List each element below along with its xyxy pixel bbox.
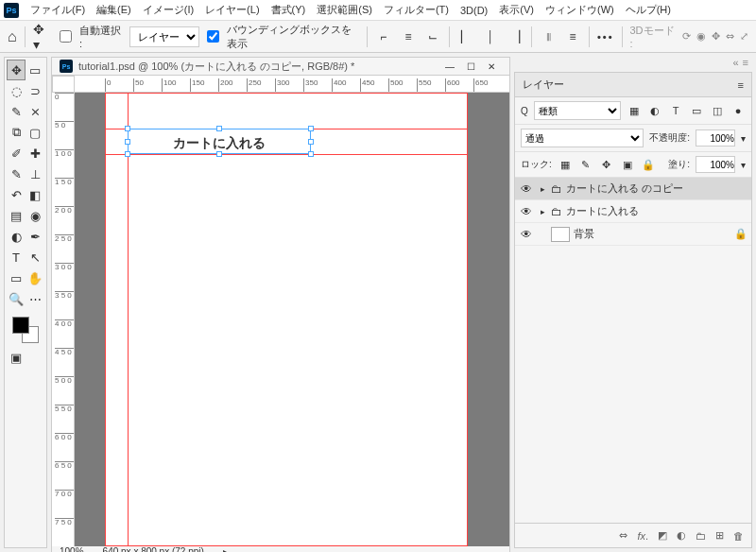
dodge-tool[interactable]: ◐	[7, 226, 26, 247]
guide-line[interactable]	[467, 93, 468, 546]
guide-line[interactable]	[105, 154, 468, 155]
layer-thumbnail[interactable]	[551, 227, 570, 242]
eyedropper-tool[interactable]: ✐	[7, 143, 26, 164]
canvas-viewport[interactable]: カートに入れる	[75, 93, 509, 546]
filter-toggle-icon[interactable]: ●	[730, 103, 746, 118]
lock-trans-icon[interactable]: ▦	[558, 157, 573, 172]
overflow-icon[interactable]: •••	[597, 31, 614, 43]
fill-input[interactable]	[696, 156, 735, 173]
transform-handle[interactable]	[216, 126, 222, 131]
ruler-origin[interactable]	[52, 76, 75, 93]
path-select-tool[interactable]: ↖	[26, 247, 44, 267]
menu-file[interactable]: ファイル(F)	[25, 1, 91, 19]
menu-select[interactable]: 選択範囲(S)	[311, 1, 378, 19]
artboard-tool[interactable]: ▭	[26, 60, 44, 80]
filter-shape-icon[interactable]: ▭	[689, 103, 704, 118]
3d-scale-icon[interactable]: ⤢	[740, 30, 748, 43]
history-brush-tool[interactable]: ↶	[7, 184, 26, 205]
guide-line[interactable]	[105, 93, 106, 546]
ruler-vertical[interactable]: 05 01 0 01 5 02 0 02 5 03 0 03 5 04 0 04…	[52, 93, 75, 546]
transform-handle[interactable]	[125, 151, 130, 157]
align-vcenter-icon[interactable]: ≡	[400, 27, 417, 46]
close-button[interactable]: ✕	[481, 58, 502, 75]
lock-icon[interactable]: 🔒	[734, 228, 747, 240]
show-bbox-checkbox[interactable]	[207, 30, 219, 43]
filter-pixel-icon[interactable]: ▦	[627, 103, 642, 118]
crop-tool[interactable]: ⧉	[7, 122, 26, 143]
menu-edit[interactable]: 編集(E)	[91, 1, 137, 19]
filter-adjust-icon[interactable]: ◐	[647, 103, 662, 118]
stamp-tool[interactable]: ⊥	[26, 164, 44, 184]
align-left-icon[interactable]: ▏	[457, 27, 474, 46]
lock-all-icon[interactable]: 🔒	[641, 157, 656, 172]
layers-tab[interactable]: レイヤー ≡	[515, 73, 751, 97]
layer-item[interactable]: 👁 ▸ 🗀 カートに入れる	[515, 200, 751, 223]
quick-select-tool[interactable]: ✎	[7, 101, 26, 122]
color-swatches[interactable]	[7, 313, 44, 347]
heal-tool[interactable]: ✚	[26, 143, 44, 164]
menu-window[interactable]: ウィンドウ(W)	[540, 1, 620, 19]
layer-name[interactable]: カートに入れる	[566, 204, 747, 218]
disclosure-icon[interactable]: ▸	[538, 184, 547, 194]
menu-filter[interactable]: フィルター(T)	[378, 1, 455, 19]
align-right-icon[interactable]: ▕	[507, 27, 524, 46]
lock-paint-icon[interactable]: ✎	[578, 157, 593, 172]
align-bottom-icon[interactable]: ⌙	[424, 27, 441, 46]
frame-tool[interactable]: ▢	[26, 122, 44, 143]
panel-menu-icon[interactable]: ≡	[743, 57, 748, 72]
disclosure-icon[interactable]: ▸	[538, 207, 547, 216]
collapse-panel-icon[interactable]: «	[732, 57, 738, 72]
visibility-icon[interactable]: 👁	[519, 205, 534, 218]
adjustment-layer-icon[interactable]: ◐	[677, 529, 686, 542]
zoom-tool[interactable]: 🔍	[7, 288, 26, 309]
status-disclosure[interactable]: ▸	[223, 546, 228, 552]
layer-name[interactable]: カートに入れる のコピー	[566, 181, 747, 196]
align-top-icon[interactable]: ⌐	[375, 27, 392, 46]
auto-select-checkbox[interactable]	[60, 30, 72, 43]
rectangle-tool[interactable]: ▭	[7, 267, 26, 288]
opacity-input[interactable]	[696, 129, 735, 147]
layer-fx-icon[interactable]: fx.	[637, 530, 648, 542]
menu-3d[interactable]: 3D(D)	[455, 3, 493, 18]
lock-pos-icon[interactable]: ✥	[599, 157, 614, 172]
brush-tool[interactable]: ✎	[7, 164, 26, 184]
document-dimensions[interactable]: 640 px x 800 px (72 ppi)	[103, 546, 204, 552]
dropdown-icon[interactable]: ▾	[741, 160, 746, 170]
visibility-icon[interactable]: 👁	[519, 228, 534, 241]
edit-toolbar[interactable]: ⋯	[26, 288, 44, 309]
hand-tool[interactable]: ✋	[26, 267, 44, 288]
menu-type[interactable]: 書式(Y)	[266, 1, 312, 19]
blur-tool[interactable]: ◉	[26, 205, 44, 226]
lasso-tool[interactable]: ⊃	[26, 80, 44, 101]
screen-mode-tool[interactable]: ▣	[7, 347, 26, 368]
gradient-tool[interactable]: ▤	[7, 205, 26, 226]
marquee-tool[interactable]: ◌	[7, 80, 26, 101]
guide-line[interactable]	[105, 93, 468, 94]
transform-handle[interactable]	[216, 151, 222, 157]
transform-bounding-box[interactable]: カートに入れる	[128, 129, 311, 154]
pen-tool[interactable]: ✒	[26, 226, 44, 247]
maximize-button[interactable]: ☐	[460, 58, 481, 75]
ruler-horizontal[interactable]: 050100150200250300350400450500550600650	[75, 76, 509, 93]
transform-handle[interactable]	[308, 139, 314, 145]
move-tool[interactable]: ✥	[7, 60, 26, 80]
transform-handle[interactable]	[308, 151, 314, 157]
layer-item[interactable]: 👁 背景 🔒	[515, 223, 751, 246]
magic-wand-tool[interactable]: ⨯	[26, 101, 44, 122]
panel-menu-icon[interactable]: ≡	[738, 79, 744, 91]
blend-mode-dropdown[interactable]: 通過	[521, 129, 644, 147]
document-titlebar[interactable]: Ps tutorial1.psd @ 100% (カートに入れる のコピー, R…	[51, 57, 510, 75]
transform-handle[interactable]	[125, 126, 130, 131]
auto-select-dropdown[interactable]: レイヤー	[129, 26, 199, 47]
new-layer-icon[interactable]: ⊞	[715, 529, 724, 542]
link-layers-icon[interactable]: ⇔	[619, 529, 627, 542]
canvas[interactable]: カートに入れる	[105, 93, 468, 546]
new-group-icon[interactable]: 🗀	[696, 530, 706, 542]
transform-handle[interactable]	[308, 126, 314, 131]
layer-kind-filter[interactable]: 種類	[534, 101, 621, 120]
lock-artboard-icon[interactable]: ▣	[620, 157, 635, 172]
foreground-color-swatch[interactable]	[12, 317, 29, 334]
visibility-icon[interactable]: 👁	[519, 182, 534, 196]
distribute-h-icon[interactable]: ⫴	[540, 27, 557, 46]
3d-slide-icon[interactable]: ⇔	[726, 30, 734, 43]
